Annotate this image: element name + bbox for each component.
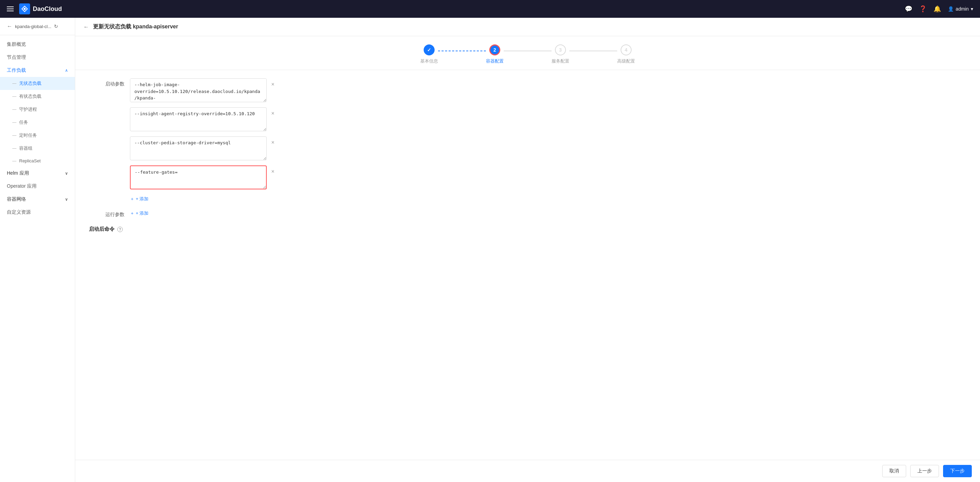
- chevron-up-icon: ∧: [65, 68, 68, 73]
- main-content: ← 更新无状态负载 kpanda-apiserver ✓ 基本信息 2 容器配置…: [75, 18, 980, 482]
- startup-cmd-help-icon[interactable]: ?: [117, 227, 123, 232]
- sidebar-item-workload[interactable]: 工作负载 ∧: [0, 64, 75, 77]
- textarea-close-4[interactable]: ×: [269, 168, 276, 175]
- textarea-close-1[interactable]: ×: [269, 81, 276, 88]
- sidebar-item-replicaset[interactable]: ReplicaSet: [0, 155, 75, 167]
- add-arg-label: + 添加: [136, 196, 148, 202]
- startup-arg-input-1[interactable]: --helm-job-image-override=10.5.10.120/re…: [130, 78, 267, 102]
- sidebar-item-label: Operator 应用: [7, 183, 37, 189]
- connector-2-3: [504, 51, 552, 51]
- sidebar-item-label: 工作负载: [7, 67, 26, 73]
- step-3-circle: 3: [555, 45, 566, 56]
- connector-1-2: [438, 51, 486, 51]
- add-run-arg-button[interactable]: ＋ + 添加: [130, 209, 148, 218]
- sidebar-item-job[interactable]: 任务: [0, 116, 75, 129]
- startup-cmd-title: 启动后命令 ?: [89, 226, 966, 232]
- startup-args-label: 启动参数: [89, 78, 130, 87]
- next-button[interactable]: 下一步: [943, 465, 972, 477]
- logo-icon: [19, 3, 30, 14]
- page-back-button[interactable]: ←: [83, 24, 89, 30]
- user-menu[interactable]: 👤 admin ▾: [948, 6, 973, 12]
- sidebar-item-label: 任务: [19, 119, 28, 126]
- steps-container: ✓ 基本信息 2 容器配置 3 服务配置 4 高级配置: [75, 36, 980, 70]
- sidebar-item-helm[interactable]: Helm 应用 ∨: [0, 167, 75, 180]
- page-header: ← 更新无状态负载 kpanda-apiserver: [75, 18, 980, 36]
- prev-button[interactable]: 上一步: [910, 465, 939, 477]
- step-4[interactable]: 4 高级配置: [617, 45, 635, 64]
- sidebar-back-button[interactable]: ←: [7, 23, 12, 29]
- step-3-label: 服务配置: [552, 58, 570, 64]
- startup-args-section: 启动参数 --helm-job-image-override=10.5.10.1…: [89, 78, 966, 218]
- svg-point-1: [24, 8, 25, 10]
- sidebar-item-label: 无状态负载: [19, 80, 41, 86]
- textarea-list: --helm-job-image-override=10.5.10.120/re…: [130, 78, 267, 204]
- startup-cmd-section: 启动后命令 ?: [89, 226, 966, 232]
- startup-args-row: 启动参数 --helm-job-image-override=10.5.10.1…: [89, 78, 966, 204]
- page-title: 更新无状态负载 kpanda-apiserver: [93, 23, 178, 30]
- sidebar-header: ← kpanda-global-cl... ↻: [0, 18, 75, 35]
- textarea-wrapper-2: --insight-agent-registry-override=10.5.1…: [130, 107, 267, 132]
- sidebar-item-stateful[interactable]: 有状态负载: [0, 90, 75, 103]
- step-4-circle: 4: [620, 45, 632, 56]
- run-args-label: 运行参数: [89, 209, 130, 218]
- sidebar-item-label: 自定义资源: [7, 209, 31, 215]
- sidebar-item-podgroup[interactable]: 容器组: [0, 142, 75, 155]
- sidebar-item-label: ReplicaSet: [19, 158, 41, 164]
- user-chevron-icon: ▾: [971, 6, 973, 12]
- run-args-row: 运行参数 ＋ + 添加: [89, 209, 966, 218]
- sidebar-item-label: Helm 应用: [7, 170, 29, 177]
- startup-arg-input-2[interactable]: --insight-agent-registry-override=10.5.1…: [130, 107, 267, 131]
- chevron-down-icon: ∨: [65, 171, 68, 176]
- sidebar-item-label: 有状态负载: [19, 93, 41, 99]
- textarea-wrapper-4: --feature-gates= ×: [130, 165, 267, 191]
- user-avatar-icon: 👤: [948, 6, 954, 12]
- startup-arg-input-3[interactable]: --cluster-pedia-storage-driver=mysql: [130, 137, 267, 160]
- step-1-circle: ✓: [424, 45, 434, 56]
- messages-icon[interactable]: 💬: [905, 5, 912, 13]
- startup-arg-input-4[interactable]: --feature-gates=: [130, 165, 267, 189]
- connector-3-4: [570, 51, 617, 51]
- plus-icon: ＋: [130, 196, 134, 202]
- help-icon[interactable]: ❓: [919, 5, 927, 13]
- cluster-refresh-icon[interactable]: ↻: [54, 24, 58, 29]
- sidebar: ← kpanda-global-cl... ↻ 集群概览 节点管理 工作负载 ∧…: [0, 18, 75, 482]
- run-args-add: ＋ + 添加: [130, 209, 148, 218]
- sidebar-item-label: 集群概览: [7, 41, 26, 48]
- cluster-label: kpanda-global-cl...: [15, 24, 51, 29]
- textarea-close-3[interactable]: ×: [269, 139, 276, 146]
- sidebar-nav: 集群概览 节点管理 工作负载 ∧ 无状态负载 有状态负载 守护进程 任务 定时任…: [0, 35, 75, 221]
- cancel-button[interactable]: 取消: [882, 465, 906, 477]
- sidebar-item-node-mgmt[interactable]: 节点管理: [0, 51, 75, 64]
- menu-button[interactable]: [7, 6, 14, 11]
- chevron-down-icon: ∨: [65, 197, 68, 202]
- textarea-wrapper-3: --cluster-pedia-storage-driver=mysql ×: [130, 137, 267, 161]
- step-3[interactable]: 3 服务配置: [552, 45, 570, 64]
- step-4-label: 高级配置: [617, 58, 635, 64]
- logo: DaoCloud: [19, 3, 62, 14]
- textarea-wrapper-1: --helm-job-image-override=10.5.10.120/re…: [130, 78, 267, 103]
- plus-icon: ＋: [130, 210, 134, 216]
- sidebar-item-operator[interactable]: Operator 应用: [0, 180, 75, 193]
- sidebar-item-stateless[interactable]: 无状态负载: [0, 77, 75, 90]
- sidebar-item-container-net[interactable]: 容器网络 ∨: [0, 193, 75, 206]
- step-1[interactable]: ✓ 基本信息: [420, 45, 438, 64]
- user-name: admin: [956, 6, 969, 12]
- add-run-arg-label: + 添加: [136, 210, 148, 216]
- form-area: 启动参数 --helm-job-image-override=10.5.10.1…: [75, 70, 980, 482]
- topbar-right: 💬 ❓ 🔔 👤 admin ▾: [905, 5, 973, 13]
- add-arg-button[interactable]: ＋ + 添加: [130, 194, 148, 204]
- sidebar-item-cronjob[interactable]: 定时任务: [0, 129, 75, 142]
- sidebar-item-custom-res[interactable]: 自定义资源: [0, 206, 75, 219]
- notifications-icon[interactable]: 🔔: [934, 5, 941, 13]
- step-2-label: 容器配置: [486, 58, 504, 64]
- topbar-left: DaoCloud: [7, 3, 62, 14]
- sidebar-item-daemon[interactable]: 守护进程: [0, 103, 75, 116]
- sidebar-item-label: 容器网络: [7, 196, 26, 202]
- sidebar-item-label: 容器组: [19, 145, 32, 151]
- sidebar-item-cluster-overview[interactable]: 集群概览: [0, 38, 75, 51]
- step-2[interactable]: 2 容器配置: [486, 45, 504, 64]
- sidebar-item-label: 节点管理: [7, 54, 26, 60]
- textarea-close-2[interactable]: ×: [269, 110, 276, 117]
- sidebar-item-label: 定时任务: [19, 132, 37, 138]
- sidebar-item-label: 守护进程: [19, 106, 37, 113]
